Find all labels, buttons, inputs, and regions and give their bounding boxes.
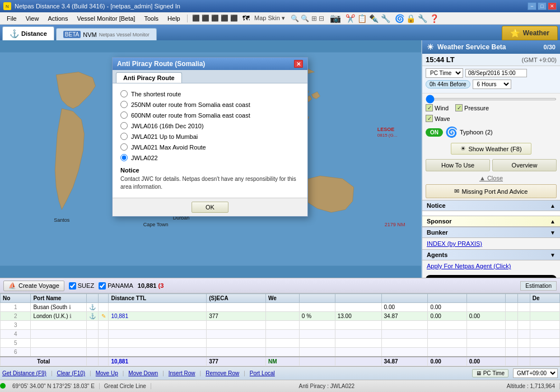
menu-actions[interactable]: Actions <box>43 14 72 23</box>
menu-view[interactable]: View <box>21 14 44 23</box>
maximize-button[interactable]: □ <box>538 2 547 10</box>
toggle-on-badge[interactable]: ON <box>426 128 443 137</box>
remove-row-button[interactable]: Remove Row <box>206 370 239 376</box>
pc-time-badge[interactable]: 🖥 PC Time <box>472 369 508 377</box>
wave-label: Wave <box>435 115 450 122</box>
clear-button[interactable]: Clear (F10) <box>57 370 86 376</box>
row6-no: 6 <box>1 348 31 357</box>
col-seca: (S)ECA <box>207 294 266 303</box>
create-voyage-button[interactable]: ⛵ Create Voyage <box>3 281 64 291</box>
agents-section-header[interactable]: Agents ▼ <box>422 249 560 260</box>
get-distance-button[interactable]: Get Distance (F9) <box>2 370 46 376</box>
close-button[interactable]: ✕ <box>548 2 557 10</box>
option-1-radio[interactable] <box>120 90 128 97</box>
missing-port-button[interactable]: ✉ Missing Port And Advice <box>426 184 557 198</box>
row3-no: 3 <box>1 321 31 330</box>
row2-no: 2 <box>1 312 31 321</box>
bunker-section-header[interactable]: Bunker ▼ <box>422 227 560 238</box>
dialog-close-button[interactable]: ✕ <box>294 60 303 68</box>
move-up-button[interactable]: Move Up <box>96 370 118 376</box>
how-to-use-button[interactable]: How To Use <box>426 159 490 171</box>
sponsor-section-title: Sponsor <box>427 218 452 225</box>
nvm-beta-badge: BETA <box>63 31 81 38</box>
sponsor-section-header[interactable]: Sponsor ▲ <box>422 216 560 227</box>
wind-checkbox[interactable]: ✓ <box>426 104 433 111</box>
pressure-check-item[interactable]: ✓ Pressure <box>455 104 489 111</box>
wave-check-item[interactable]: ✓ Wave <box>426 115 450 122</box>
weather-time-row: 15:44 LT (GMT +9:00) <box>422 54 560 66</box>
menu-tools[interactable]: Tools <box>139 14 163 23</box>
col-we: We <box>266 294 300 303</box>
show-weather-button[interactable]: ☀ Show Weather (F8) <box>451 143 531 155</box>
option-4-radio[interactable] <box>120 122 128 129</box>
table-row[interactable]: 4 <box>1 330 560 339</box>
suez-checkbox[interactable] <box>69 282 76 290</box>
menu-help[interactable]: Help <box>163 14 185 23</box>
app-icon: N <box>3 2 11 10</box>
table-row[interactable]: 5 <box>1 339 560 348</box>
row2-seca: 377 <box>207 312 266 321</box>
panama-checkbox[interactable] <box>99 282 106 290</box>
weather-icon: ⭐ <box>510 29 520 38</box>
table-row[interactable]: 2 London (U.K.) ℹ ⚓ ✎ 10,881 377 0 % 13.… <box>1 312 560 321</box>
dialog-tab-anti-piracy[interactable]: Anti Piracy Route <box>116 72 182 83</box>
option-2-label: 250NM outer route from Somalia east coas… <box>131 101 250 108</box>
menu-file[interactable]: File <box>2 14 21 23</box>
wind-check-item[interactable]: ✓ Wind <box>426 104 449 111</box>
row2-icon2[interactable]: ✎ <box>99 312 109 321</box>
row2-v3 <box>506 312 518 321</box>
wave-checkbox[interactable]: ✓ <box>426 115 433 122</box>
time-slider[interactable] <box>426 98 557 100</box>
total-c2: 0.00 <box>466 357 505 366</box>
tab-weather[interactable]: ⭐ Weather <box>502 26 558 40</box>
dialog-ok-button[interactable]: OK <box>192 202 228 213</box>
option-4-row: JWLA016 (16th Dec 2010) <box>120 122 300 129</box>
show-weather-label: Show Weather (F8) <box>468 146 521 152</box>
option-3-radio[interactable] <box>120 111 128 119</box>
dialog-title-text: Anti Piracy Route (Somalia) <box>117 60 205 68</box>
voyage-bar: ⛵ Create Voyage SUEZ PANAMA 10,881 (3 Es… <box>0 278 560 293</box>
dialog-notice-section: Notice Contact JWC for details. Netpas d… <box>120 167 300 191</box>
table-row[interactable]: 1 Busan (South ℹ ⚓ 0.00 0.00 <box>1 303 560 312</box>
tab-distance[interactable]: ⚓ Distance <box>2 26 54 40</box>
option-3-row: 600NM outer route from Somalia east coas… <box>120 111 300 119</box>
col-v5 <box>466 294 505 303</box>
hours-select[interactable]: 6 Hours 12 Hours 24 Hours <box>473 80 511 89</box>
col-icon1 <box>87 294 99 303</box>
option-7-radio[interactable] <box>120 154 128 161</box>
row2-icon1[interactable]: ⚓ <box>87 312 99 321</box>
agents-link[interactable]: Apply For Netpas Agent (Click) <box>427 263 511 269</box>
map-area[interactable]: London Istagbul Santos Cape Town Durban … <box>0 40 421 278</box>
overview-button[interactable]: Overview <box>492 159 557 171</box>
option-5-radio[interactable] <box>120 133 128 140</box>
table-row[interactable]: 3 <box>1 321 560 330</box>
timezone-select[interactable]: GMT+09:00 <box>513 368 558 378</box>
minimize-button[interactable]: − <box>528 2 536 10</box>
col-v2 <box>335 294 381 303</box>
panama-checkbox-item[interactable]: PANAMA <box>99 282 133 290</box>
total-spacer4 <box>335 357 381 366</box>
option-2-radio[interactable] <box>120 101 128 108</box>
date-input[interactable] <box>465 69 527 77</box>
suez-checkbox-item[interactable]: SUEZ <box>69 282 94 290</box>
pc-time-label: PC Time <box>483 370 505 376</box>
tab-nvm[interactable]: BETA NVM Netpas Vessel Monitor <box>56 28 157 40</box>
close-weather-link[interactable]: ▲ Close <box>479 175 503 181</box>
bunker-link[interactable]: INDEX (by PRAXIS) <box>427 240 482 247</box>
pressure-checkbox[interactable]: ✓ <box>455 104 463 111</box>
menu-vessel-monitor[interactable]: Vessel Monitor [Beta] <box>72 14 139 23</box>
insert-row-button[interactable]: Insert Row <box>169 370 195 376</box>
notice-section-header[interactable]: Notice ▲ <box>422 200 560 211</box>
wave-check-row: ✓ Wave <box>422 113 560 124</box>
dialog-title: Anti Piracy Route (Somalia) ✕ <box>113 58 307 70</box>
option-4-label: JWLA016 (16th Dec 2010) <box>131 123 204 129</box>
weather-controls: PC Time 0h 44m Before 6 Hours 12 Hours 2… <box>422 66 560 94</box>
row1-icon1[interactable]: ⚓ <box>87 303 99 312</box>
time-source-select[interactable]: PC Time <box>426 68 463 78</box>
total-seca: 377 <box>207 357 266 366</box>
row2-v1: 13.00 <box>335 312 381 321</box>
port-local-button[interactable]: Port Local <box>250 370 275 376</box>
move-down-button[interactable]: Move Down <box>128 370 158 376</box>
table-row[interactable]: 6 <box>1 348 560 357</box>
option-6-radio[interactable] <box>120 143 128 151</box>
